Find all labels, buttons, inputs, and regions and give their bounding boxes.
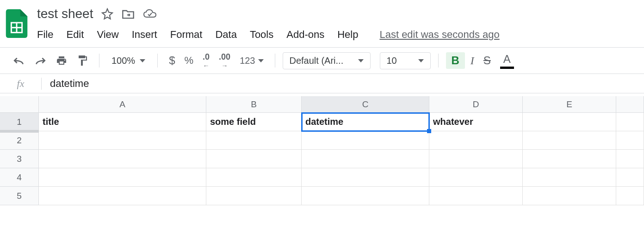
cell-e2[interactable] <box>523 131 616 150</box>
cell-e5[interactable] <box>523 187 616 205</box>
cell-c3[interactable] <box>302 150 429 168</box>
font-family-value: Default (Ari... <box>290 55 344 66</box>
decrease-decimal-button[interactable]: .0 ← <box>199 49 213 72</box>
last-edit-link[interactable]: Last edit was seconds ago <box>379 29 499 41</box>
cell-e4[interactable] <box>523 168 616 187</box>
cell-d3[interactable] <box>429 150 523 168</box>
italic-button[interactable]: I <box>467 52 478 70</box>
menu-view[interactable]: View <box>97 29 118 41</box>
cell-c5[interactable] <box>302 187 429 205</box>
formula-input[interactable] <box>42 78 644 90</box>
cell-d4[interactable] <box>429 168 523 187</box>
cell-d2[interactable] <box>429 131 523 150</box>
bold-button[interactable]: B <box>446 52 465 69</box>
print-button[interactable] <box>52 52 71 69</box>
fill-handle[interactable] <box>427 129 431 133</box>
zoom-dropdown[interactable]: 100% <box>107 55 150 66</box>
cell-c1[interactable]: datetime <box>302 113 429 131</box>
cell-f5[interactable] <box>616 187 644 205</box>
cell-a5[interactable] <box>39 187 206 205</box>
document-title[interactable]: test sheet <box>37 6 93 21</box>
cell-b4[interactable] <box>206 168 302 187</box>
cell-c2[interactable] <box>302 131 429 150</box>
column-header-d[interactable]: D <box>429 96 523 113</box>
cell-b1[interactable]: some field <box>206 113 302 131</box>
cell-e1[interactable] <box>523 113 616 131</box>
star-icon[interactable] <box>101 8 113 20</box>
menu-file[interactable]: File <box>37 29 53 41</box>
undo-button[interactable] <box>9 53 29 68</box>
currency-format-button[interactable]: $ <box>165 51 179 70</box>
row-selection-marker <box>0 130 39 133</box>
menu-data[interactable]: Data <box>215 29 236 41</box>
row-header-5[interactable]: 5 <box>0 187 39 205</box>
spreadsheet-grid: A B C D E 1 title some field datetime wh… <box>0 96 644 205</box>
toolbar-separator <box>275 54 275 67</box>
font-size-value: 10 <box>387 55 397 66</box>
toolbar: 100% $ % .0 ← .00 → 123 Default (Ari... … <box>0 47 644 74</box>
cloud-status-icon[interactable] <box>143 9 157 19</box>
dropdown-arrow-icon <box>258 59 264 62</box>
sheets-logo[interactable] <box>4 7 30 40</box>
menu-edit[interactable]: Edit <box>66 29 84 41</box>
column-header-f[interactable] <box>616 96 644 113</box>
redo-button[interactable] <box>31 53 50 68</box>
menu-help[interactable]: Help <box>337 29 358 41</box>
font-size-dropdown[interactable]: 10 <box>380 52 431 69</box>
toolbar-separator <box>157 54 158 67</box>
cell-f2[interactable] <box>616 131 644 150</box>
toolbar-separator <box>438 54 439 67</box>
text-color-button[interactable]: A <box>496 50 518 72</box>
menu-addons[interactable]: Add-ons <box>286 29 324 41</box>
increase-decimal-button[interactable]: .00 → <box>215 49 234 72</box>
cell-b3[interactable] <box>206 150 302 168</box>
cell-a1[interactable]: title <box>39 113 206 131</box>
column-header-b[interactable]: B <box>206 96 302 113</box>
menu-bar: File Edit View Insert Format Data Tools … <box>37 29 644 41</box>
cell-a2[interactable] <box>39 131 206 150</box>
strikethrough-button[interactable]: S <box>480 51 495 70</box>
cell-d5[interactable] <box>429 187 523 205</box>
cell-d1[interactable]: whatever <box>429 113 523 131</box>
row-header-1[interactable]: 1 <box>0 113 39 131</box>
more-formats-dropdown[interactable]: 123 <box>236 53 267 69</box>
percent-format-button[interactable]: % <box>181 52 198 69</box>
paint-format-button[interactable] <box>73 52 92 69</box>
cell-c4[interactable] <box>302 168 429 187</box>
column-header-a[interactable]: A <box>39 96 206 113</box>
fx-label[interactable]: fx <box>0 78 42 90</box>
cell-e3[interactable] <box>523 150 616 168</box>
toolbar-separator <box>99 54 99 67</box>
row-header-4[interactable]: 4 <box>0 168 39 187</box>
zoom-value: 100% <box>111 55 135 66</box>
dropdown-arrow-icon <box>140 59 145 62</box>
move-folder-icon[interactable] <box>122 8 135 20</box>
menu-insert[interactable]: Insert <box>132 29 157 41</box>
row-header-3[interactable]: 3 <box>0 150 39 168</box>
row-header-2[interactable]: 2 <box>0 131 39 150</box>
font-family-dropdown[interactable]: Default (Ari... <box>283 52 371 69</box>
dropdown-arrow-icon <box>418 59 424 62</box>
cell-f3[interactable] <box>616 150 644 168</box>
menu-format[interactable]: Format <box>170 29 203 41</box>
column-header-c[interactable]: C <box>302 96 429 113</box>
cell-a4[interactable] <box>39 168 206 187</box>
menu-tools[interactable]: Tools <box>250 29 273 41</box>
cell-f1[interactable] <box>616 113 644 131</box>
cell-b2[interactable] <box>206 131 302 150</box>
header-area: test sheet File Edit View Insert Format … <box>0 0 644 41</box>
select-all-corner[interactable] <box>0 96 39 113</box>
column-header-e[interactable]: E <box>523 96 616 113</box>
cell-b5[interactable] <box>206 187 302 205</box>
formula-bar: fx <box>0 74 644 93</box>
dropdown-arrow-icon <box>358 59 364 62</box>
cell-a3[interactable] <box>39 150 206 168</box>
cell-f4[interactable] <box>616 168 644 187</box>
